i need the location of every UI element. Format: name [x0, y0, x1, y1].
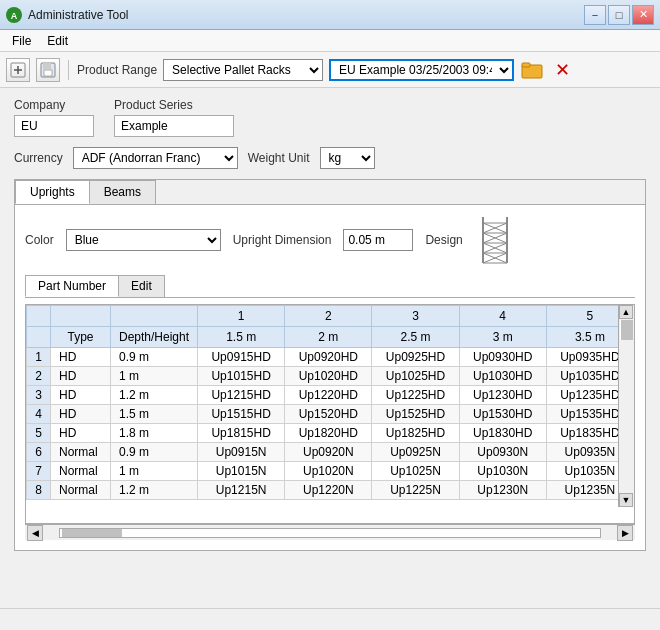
svg-rect-9	[522, 63, 530, 67]
menu-edit[interactable]: Edit	[39, 32, 76, 50]
scroll-down-btn[interactable]: ▼	[619, 493, 633, 507]
window-title: Administrative Tool	[28, 8, 584, 22]
color-select[interactable]: Blue	[66, 229, 221, 251]
th-col2: 2	[285, 306, 372, 327]
hscroll-thumb[interactable]	[62, 529, 122, 537]
row-c1: Up1015N	[198, 462, 285, 481]
row-c1: Up1215HD	[198, 386, 285, 405]
data-table-scroll[interactable]: 1 2 3 4 5 Type Depth/Height 1.5 m	[26, 305, 634, 523]
currency-select[interactable]: ADF (Andorran Franc)	[73, 147, 238, 169]
row-c4: Up1030HD	[459, 367, 546, 386]
product-range-select[interactable]: Selective Pallet Racks	[163, 59, 323, 81]
row-c2: Up0920N	[285, 443, 372, 462]
row-c1: Up1215N	[198, 481, 285, 500]
row-num: 8	[27, 481, 51, 500]
folder-button[interactable]	[520, 58, 544, 82]
tab-bar: Uprights Beams	[15, 180, 645, 205]
sub-tab-part-number[interactable]: Part Number	[25, 275, 119, 297]
design-icon	[475, 215, 515, 265]
th-3m: 3 m	[459, 327, 546, 348]
company-input[interactable]	[14, 115, 94, 137]
new-button[interactable]	[6, 58, 30, 82]
th-col4: 4	[459, 306, 546, 327]
row-c3: Up1225N	[372, 481, 459, 500]
product-series-label: Product Series	[114, 98, 234, 112]
close-button[interactable]: ✕	[632, 5, 654, 25]
svg-text:A: A	[11, 11, 18, 21]
hscroll-right-btn[interactable]: ▶	[617, 525, 633, 541]
company-field: Company	[14, 98, 94, 137]
row-num: 1	[27, 348, 51, 367]
row-c3: Up0925HD	[372, 348, 459, 367]
delete-button[interactable]: ✕	[550, 58, 574, 82]
dimension-input[interactable]	[343, 229, 413, 251]
product-series-input[interactable]	[114, 115, 234, 137]
row-c2: Up1220N	[285, 481, 372, 500]
row-depth: 1 m	[111, 462, 198, 481]
menu-file[interactable]: File	[4, 32, 39, 50]
row-c4: Up1230HD	[459, 386, 546, 405]
row-c3: Up1225HD	[372, 386, 459, 405]
row-depth: 1.8 m	[111, 424, 198, 443]
th-col1: 1	[198, 306, 285, 327]
th-col3: 3	[372, 306, 459, 327]
table-body: 1 HD 0.9 m Up0915HD Up0920HD Up0925HD Up…	[27, 348, 634, 500]
row-type: Normal	[51, 481, 111, 500]
product-series-field: Product Series	[114, 98, 234, 137]
sub-tab-edit[interactable]: Edit	[118, 275, 165, 297]
company-label: Company	[14, 98, 94, 112]
row-num: 4	[27, 405, 51, 424]
hscroll-left-btn[interactable]: ◀	[27, 525, 43, 541]
th-empty2	[51, 306, 111, 327]
row-c4: Up0930N	[459, 443, 546, 462]
menu-bar: File Edit	[0, 30, 660, 52]
th-empty1	[27, 306, 51, 327]
row-type: Normal	[51, 462, 111, 481]
tab-uprights[interactable]: Uprights	[15, 180, 90, 204]
th-type: Type	[51, 327, 111, 348]
row-c2: Up1020N	[285, 462, 372, 481]
scroll-up-btn[interactable]: ▲	[619, 305, 633, 319]
svg-rect-6	[43, 63, 51, 69]
table-row: 2 HD 1 m Up1015HD Up1020HD Up1025HD Up10…	[27, 367, 634, 386]
table-header-bottom: Type Depth/Height 1.5 m 2 m 2.5 m 3 m 3.…	[27, 327, 634, 348]
th-1-5m: 1.5 m	[198, 327, 285, 348]
title-bar: A Administrative Tool − □ ✕	[0, 0, 660, 30]
hscroll-track	[59, 528, 601, 538]
th-row-num	[27, 327, 51, 348]
horizontal-scrollbar[interactable]: ◀ ▶	[25, 524, 635, 540]
row-num: 3	[27, 386, 51, 405]
color-label: Color	[25, 233, 54, 247]
scroll-track	[620, 320, 633, 340]
row-num: 7	[27, 462, 51, 481]
row-num: 2	[27, 367, 51, 386]
main-content: Company Product Series Currency ADF (And…	[0, 88, 660, 561]
form-section: Company Product Series	[14, 98, 646, 137]
row-depth: 1 m	[111, 367, 198, 386]
row-c1: Up1015HD	[198, 367, 285, 386]
tab-content-uprights: Color Blue Upright Dimension Design	[15, 205, 645, 550]
row-depth: 0.9 m	[111, 348, 198, 367]
vertical-scrollbar[interactable]: ▲ ▼	[618, 305, 634, 507]
row-type: Normal	[51, 443, 111, 462]
save-button[interactable]	[36, 58, 60, 82]
row-c1: Up0915N	[198, 443, 285, 462]
th-empty3	[111, 306, 198, 327]
row-c1: Up1815HD	[198, 424, 285, 443]
minimize-button[interactable]: −	[584, 5, 606, 25]
weight-unit-label: Weight Unit	[248, 151, 310, 165]
tabs-container: Uprights Beams Color Blue Upright Dimens…	[14, 179, 646, 551]
row-c2: Up1820HD	[285, 424, 372, 443]
scroll-thumb[interactable]	[621, 320, 633, 340]
upright-controls: Color Blue Upright Dimension Design	[25, 215, 635, 265]
row-c3: Up1025HD	[372, 367, 459, 386]
currency-label: Currency	[14, 151, 63, 165]
row-c2: Up0920HD	[285, 348, 372, 367]
product-range-label: Product Range	[77, 63, 157, 77]
series-select[interactable]: EU Example 03/25/2003 09:40	[329, 59, 514, 81]
row-c3: Up0925N	[372, 443, 459, 462]
tab-beams[interactable]: Beams	[89, 180, 156, 204]
row-c3: Up1825HD	[372, 424, 459, 443]
weight-unit-select[interactable]: kg	[320, 147, 375, 169]
maximize-button[interactable]: □	[608, 5, 630, 25]
